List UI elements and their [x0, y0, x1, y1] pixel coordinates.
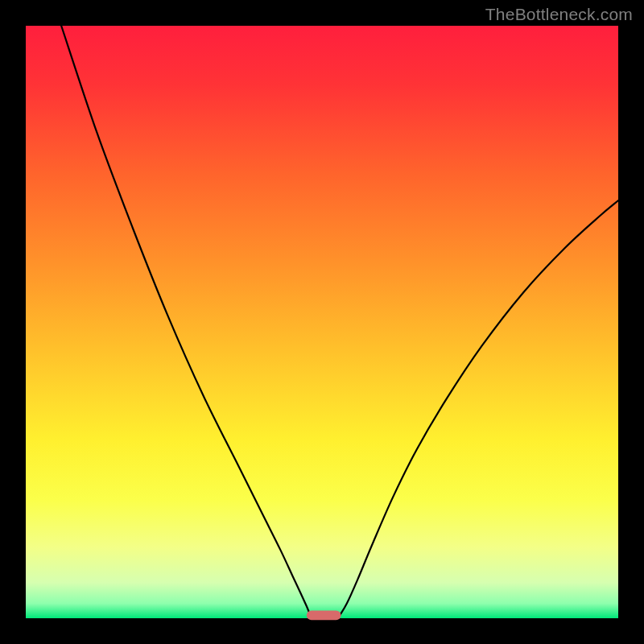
- minimum-marker: [307, 610, 341, 620]
- watermark-text: TheBottleneck.com: [485, 5, 633, 24]
- bottleneck-chart: TheBottleneck.com: [0, 0, 644, 644]
- plot-background: [26, 26, 618, 618]
- plot-svg: [0, 0, 644, 644]
